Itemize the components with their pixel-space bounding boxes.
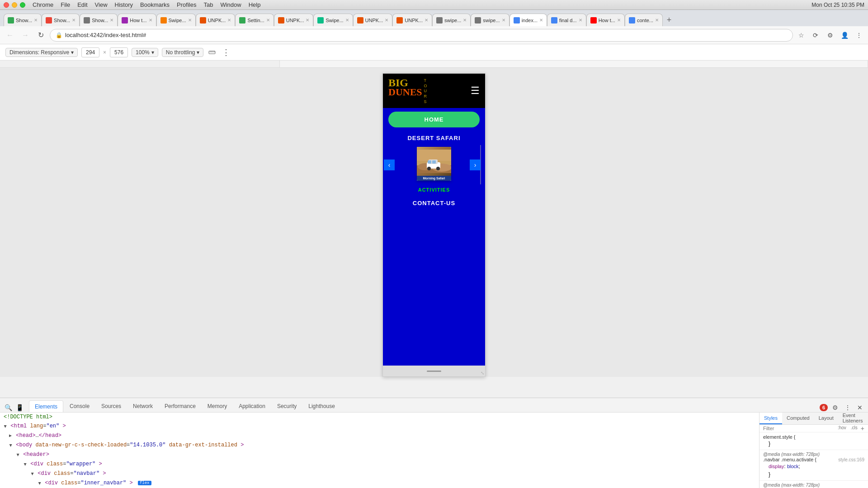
tab-close[interactable]: ✕ xyxy=(306,18,309,23)
tab-close[interactable]: ✕ xyxy=(385,18,388,23)
tab-0[interactable]: Show... ✕ xyxy=(4,14,42,26)
styles-tab-layout[interactable]: Layout xyxy=(814,413,838,424)
devtools-tab-lighthouse[interactable]: Lighthouse xyxy=(303,400,340,412)
tab-close[interactable]: ✕ xyxy=(617,18,621,23)
resize-handle-icon[interactable]: ⤡ xyxy=(481,371,484,375)
reload-icon[interactable]: ⟳ xyxy=(810,30,821,41)
carousel-prev-button[interactable]: ‹ xyxy=(384,160,395,170)
tab-3[interactable]: How t... ✕ xyxy=(118,14,156,26)
devtools-tab-console[interactable]: Console xyxy=(64,400,95,412)
tab-close[interactable]: ✕ xyxy=(110,18,113,23)
tab-close[interactable]: ✕ xyxy=(227,18,231,23)
tab-close[interactable]: ✕ xyxy=(655,18,659,23)
height-input[interactable] xyxy=(110,47,128,57)
html-line-navbar[interactable]: ▶ <div class="navbar" > xyxy=(0,469,759,479)
html-line-inner-navbar[interactable]: ▶ <div class="inner_navbar" > flex xyxy=(0,479,759,488)
minimize-button[interactable] xyxy=(12,2,17,8)
menu-tab[interactable]: Tab xyxy=(203,1,213,8)
tab-5[interactable]: UNPK... ✕ xyxy=(196,14,236,26)
menu-view[interactable]: View xyxy=(95,1,108,8)
tab-16[interactable]: conte... ✕ xyxy=(625,14,663,26)
html-line-header[interactable]: ▶ <header> xyxy=(0,450,759,460)
devtools-close-icon[interactable]: ✕ xyxy=(855,403,864,412)
devtools-more-icon[interactable]: ⋮ xyxy=(843,403,853,412)
menu-edit[interactable]: Edit xyxy=(77,1,87,8)
devtools-tab-security[interactable]: Security xyxy=(272,400,302,412)
zoom-dropdown[interactable]: 100% ▾ xyxy=(132,48,158,57)
devtools-settings-icon[interactable]: ⚙ xyxy=(830,403,840,412)
tab-14[interactable]: final d... ✕ xyxy=(547,14,586,26)
menu-file[interactable]: File xyxy=(61,1,70,8)
html-line-html[interactable]: ▶ <html lang="en" > xyxy=(0,422,759,431)
tab-10[interactable]: UNPK... ✕ xyxy=(392,14,432,26)
menu-chrome[interactable]: Chrome xyxy=(33,1,53,8)
tab-close[interactable]: ✕ xyxy=(502,18,505,23)
nav-contact[interactable]: CONTACT-US xyxy=(383,195,485,211)
tab-close[interactable]: ✕ xyxy=(188,18,192,23)
devtools-tab-application[interactable]: Application xyxy=(233,400,271,412)
carousel-next-button[interactable]: › xyxy=(470,160,481,170)
hamburger-menu-icon[interactable]: ☰ xyxy=(471,85,480,97)
styles-tab-computed[interactable]: Computed xyxy=(782,413,814,424)
styles-tab-styles[interactable]: Styles xyxy=(760,413,782,424)
tab-close[interactable]: ✕ xyxy=(266,18,270,23)
tab-close[interactable]: ✕ xyxy=(345,18,349,23)
menu-bookmarks[interactable]: Bookmarks xyxy=(140,1,170,8)
profile-icon[interactable]: 👤 xyxy=(839,30,850,41)
address-bar[interactable]: 🔒 localhost:4242/index-test.html# xyxy=(50,29,793,42)
tab-9[interactable]: UNPK... ✕ xyxy=(353,14,393,26)
tab-1[interactable]: Show... ✕ xyxy=(42,14,80,26)
tab-4[interactable]: Swipe... ✕ xyxy=(156,14,196,26)
devtools-inspect-icon[interactable]: 🔍 xyxy=(4,403,13,412)
tab-13-active[interactable]: index... ✕ xyxy=(509,14,547,26)
filter-input[interactable] xyxy=(763,426,836,431)
forward-button[interactable]: → xyxy=(19,29,32,42)
html-line-wrapper[interactable]: ▶ <div class="wrapper" > xyxy=(0,460,759,469)
tab-15[interactable]: How t... ✕ xyxy=(586,14,625,26)
more-icon[interactable]: ⋮ xyxy=(854,30,864,41)
html-line-body[interactable]: ▶ <body data-new-gr-c-s-check-loaded="14… xyxy=(0,441,759,450)
tab-2[interactable]: Show... ✕ xyxy=(80,14,118,26)
cls-filter-button[interactable]: .cls xyxy=(849,425,859,432)
maximize-button[interactable] xyxy=(20,2,25,8)
tab-11[interactable]: swipe... ✕ xyxy=(432,14,471,26)
bookmark-star-icon[interactable]: ☆ xyxy=(796,30,807,41)
tab-7[interactable]: UNPK... ✕ xyxy=(274,14,314,26)
more-options-icon[interactable]: ⋮ xyxy=(221,47,231,58)
nav-home[interactable]: HOME xyxy=(388,112,480,127)
tab-close[interactable]: ✕ xyxy=(149,18,152,23)
html-line-doctype[interactable]: <!DOCTYPE html> xyxy=(0,413,759,422)
nav-desert-safari[interactable]: DESERT SAFARI xyxy=(383,131,485,145)
devtools-tab-performance[interactable]: Performance xyxy=(159,400,201,412)
menu-window[interactable]: Window xyxy=(220,1,241,8)
close-button[interactable] xyxy=(4,2,9,8)
devtools-tab-elements[interactable]: Elements xyxy=(29,400,63,412)
devtools-tab-sources[interactable]: Sources xyxy=(96,400,127,412)
tab-12[interactable]: swipe... ✕ xyxy=(471,14,509,26)
nav-activities[interactable]: ACTIVITIES xyxy=(383,184,485,195)
extensions-icon[interactable]: ⚙ xyxy=(825,30,835,41)
width-input[interactable] xyxy=(81,47,99,57)
devtools-tab-network[interactable]: Network xyxy=(127,400,158,412)
throttle-dropdown[interactable]: No throttling ▾ xyxy=(162,48,204,57)
ruler-button[interactable] xyxy=(207,47,217,57)
menu-profiles[interactable]: Profiles xyxy=(177,1,196,8)
new-tab-button[interactable]: + xyxy=(663,14,675,26)
devtools-tab-memory[interactable]: Memory xyxy=(202,400,232,412)
dimensions-dropdown[interactable]: Dimensions: Responsive ▾ xyxy=(5,48,78,57)
tab-close[interactable]: ✕ xyxy=(539,18,543,23)
hov-filter-button[interactable]: :hov xyxy=(836,425,848,432)
add-rule-button[interactable]: + xyxy=(861,425,864,432)
reload-button[interactable]: ↻ xyxy=(34,29,47,42)
html-line-head[interactable]: ▶ <head>…</head> xyxy=(0,431,759,441)
tab-8[interactable]: Swipe... ✕ xyxy=(313,14,353,26)
tab-close[interactable]: ✕ xyxy=(463,18,467,23)
devtools-device-icon[interactable]: 📱 xyxy=(15,403,24,412)
styles-tab-event-listeners[interactable]: Event Listeners xyxy=(838,413,868,424)
tab-6[interactable]: Settin... ✕ xyxy=(235,14,274,26)
tab-close[interactable]: ✕ xyxy=(72,18,75,23)
menu-history[interactable]: History xyxy=(115,1,133,8)
tab-close[interactable]: ✕ xyxy=(579,18,582,23)
tab-close[interactable]: ✕ xyxy=(34,18,38,23)
menu-help[interactable]: Help xyxy=(249,1,261,8)
